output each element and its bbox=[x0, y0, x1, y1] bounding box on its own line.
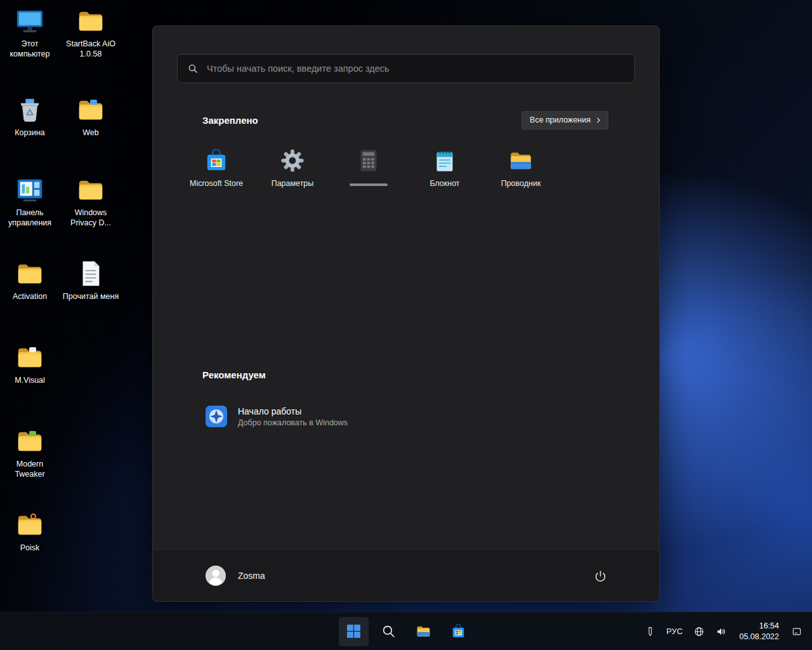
language-indicator[interactable]: РУС bbox=[662, 618, 688, 645]
get-started-icon bbox=[205, 405, 228, 428]
desktop-icon-label: Панель управления bbox=[1, 208, 59, 229]
calculator-icon bbox=[356, 148, 381, 173]
gear-icon bbox=[280, 148, 305, 173]
desktop-icon-web[interactable]: Web bbox=[62, 95, 120, 138]
user-name: Zosma bbox=[238, 571, 265, 581]
taskbar-search-button[interactable] bbox=[374, 617, 403, 646]
folder-icon bbox=[76, 175, 105, 204]
folder-icon bbox=[15, 427, 44, 456]
speaker-icon bbox=[716, 626, 727, 637]
desktop-icon-label: Windows Privacy D... bbox=[62, 208, 120, 229]
taskbar-center-group bbox=[339, 617, 473, 646]
desktop-icon-this-pc[interactable]: Этот компьютер bbox=[1, 6, 59, 60]
desktop-icon-mvisual[interactable]: M.Visual bbox=[1, 343, 59, 385]
desktop-icon-label: M.Visual bbox=[15, 375, 45, 385]
desktop-icon-startback-aio[interactable]: StartBack AiO 1.0.58 bbox=[62, 6, 120, 60]
folder-content-preview bbox=[29, 347, 36, 352]
recommended-heading: Рекомендуем bbox=[202, 369, 266, 380]
taskbar-explorer-button[interactable] bbox=[409, 617, 438, 646]
start-menu: Закреплено Все приложения Microsoft Stor… bbox=[152, 25, 660, 602]
folder-icon bbox=[15, 259, 44, 288]
start-menu-footer: Zosma bbox=[153, 550, 659, 601]
start-search-box[interactable] bbox=[177, 54, 635, 83]
desktop-icon-poisk[interactable]: Poisk bbox=[1, 510, 59, 553]
windows-logo-icon bbox=[346, 623, 362, 639]
explorer-icon bbox=[416, 623, 431, 639]
all-apps-label: Все приложения bbox=[530, 116, 591, 124]
user-account-button[interactable]: Zosma bbox=[205, 561, 272, 590]
pen-tray-button[interactable] bbox=[640, 618, 660, 645]
notification-center-button[interactable] bbox=[787, 618, 807, 645]
recycle-bin-icon bbox=[15, 95, 44, 124]
store-icon bbox=[204, 148, 229, 173]
pinned-heading: Закреплено bbox=[202, 115, 258, 126]
network-tray-button[interactable] bbox=[689, 618, 709, 645]
pinned-app-explorer[interactable]: Проводник bbox=[483, 142, 559, 202]
taskbar: РУС 16:54 05.08.2022 bbox=[0, 612, 812, 650]
desktop-icon-label: Web bbox=[82, 128, 98, 138]
notepad-icon bbox=[432, 148, 457, 173]
desktop-icon-recycle-bin[interactable]: Корзина bbox=[1, 95, 59, 138]
folder-icon bbox=[76, 95, 105, 124]
clock-time: 16:54 bbox=[759, 621, 779, 631]
search-icon bbox=[381, 623, 396, 639]
desktop-icon-label: Корзина bbox=[15, 128, 45, 138]
globe-icon bbox=[693, 626, 705, 637]
power-icon bbox=[594, 569, 607, 583]
clock[interactable]: 16:54 05.08.2022 bbox=[733, 621, 785, 642]
pinned-app-label: Microsoft Store bbox=[190, 179, 243, 188]
recommended-item-subtitle: Добро пожаловать в Windows bbox=[238, 418, 348, 427]
system-tray: РУС 16:54 05.08.2022 bbox=[640, 613, 808, 650]
desktop-icon-modern-tweaker[interactable]: Modern Tweaker bbox=[1, 427, 59, 480]
folder-icon bbox=[15, 343, 44, 372]
desktop-icon-label: Modern Tweaker bbox=[1, 459, 59, 480]
avatar-icon bbox=[205, 565, 226, 587]
clock-date: 05.08.2022 bbox=[739, 632, 779, 642]
pen-icon bbox=[645, 626, 656, 637]
desktop-icon-activation[interactable]: Activation bbox=[1, 259, 59, 302]
volume-tray-button[interactable] bbox=[711, 618, 731, 645]
desktop-icon-control-panel[interactable]: Панель управления bbox=[1, 175, 59, 229]
folder-icon bbox=[76, 6, 105, 36]
taskbar-store-button[interactable] bbox=[443, 617, 473, 646]
desktop-icon-label: Poisk bbox=[20, 543, 40, 553]
desktop-icon-label: StartBack AiO 1.0.58 bbox=[62, 39, 120, 60]
desktop-icon-label: Этот компьютер bbox=[1, 39, 59, 60]
desktop-icon-label: Прочитай меня bbox=[63, 291, 119, 302]
explorer-icon bbox=[508, 148, 534, 173]
desktop-icon-windows-privacy[interactable]: Windows Privacy D... bbox=[62, 175, 120, 229]
installing-progress-bar bbox=[350, 183, 388, 186]
folder-content-preview bbox=[29, 431, 36, 436]
control-panel-icon bbox=[15, 175, 44, 204]
desktop-icon-readme[interactable]: Прочитай меня bbox=[62, 259, 120, 302]
recommended-item-title: Начало работы bbox=[238, 406, 348, 416]
start-button[interactable] bbox=[339, 617, 369, 646]
pinned-apps-grid: Microsoft Store Параметры Блокнот Провод… bbox=[178, 142, 559, 202]
pinned-app-label: Блокнот bbox=[429, 179, 459, 188]
folder-content-preview bbox=[30, 514, 36, 519]
folder-content-preview bbox=[90, 100, 97, 105]
recommended-item-get-started[interactable]: Начало работы Добро пожаловать в Windows bbox=[195, 400, 436, 433]
all-apps-button[interactable]: Все приложения bbox=[521, 111, 608, 129]
search-icon bbox=[187, 63, 199, 74]
pinned-app-microsoft-store[interactable]: Microsoft Store bbox=[178, 142, 254, 202]
pinned-app-label: Параметры bbox=[272, 179, 314, 188]
pinned-app-notepad[interactable]: Блокнот bbox=[407, 142, 483, 202]
pinned-app-installing[interactable] bbox=[331, 142, 407, 202]
store-icon bbox=[450, 623, 466, 639]
folder-icon bbox=[15, 510, 44, 540]
power-button[interactable] bbox=[587, 564, 613, 588]
pinned-app-label: Проводник bbox=[501, 179, 541, 188]
start-search-input[interactable] bbox=[206, 63, 625, 74]
this-pc-icon bbox=[15, 6, 44, 36]
notification-icon bbox=[791, 626, 802, 637]
desktop-icon-label: Activation bbox=[13, 291, 47, 302]
chevron-right-icon bbox=[594, 116, 603, 124]
text-file-icon bbox=[76, 259, 105, 288]
pinned-app-settings[interactable]: Параметры bbox=[254, 142, 331, 202]
